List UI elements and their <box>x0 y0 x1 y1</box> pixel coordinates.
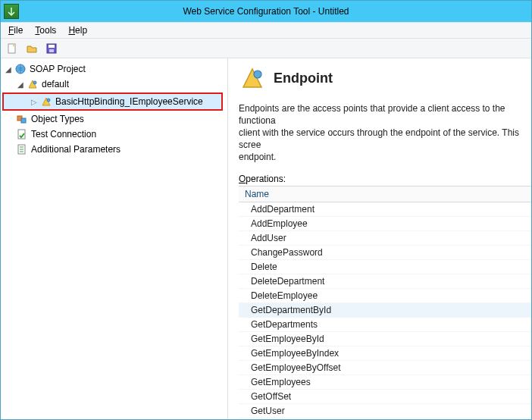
operation-row[interactable]: GetEmployeeByIndex <box>239 346 531 361</box>
tree-node-additional-parameters-label: Additional Parameters <box>31 144 120 155</box>
svg-point-9 <box>47 99 50 102</box>
object-types-icon <box>16 113 28 125</box>
menu-tools-rest: ools <box>39 25 56 36</box>
tree-node-binding-label: BasicHttpBinding_IEmployeeService <box>55 96 203 107</box>
operation-row[interactable]: AddDepartment <box>239 202 531 217</box>
operations-label: Operations: <box>239 174 531 184</box>
operation-row[interactable]: ChangePassword <box>239 246 531 260</box>
content-pane: Endpoint Endpoints are the access points… <box>228 58 531 419</box>
tree-node-default[interactable]: ◢ default <box>2 77 226 92</box>
operation-row[interactable]: GetUsers <box>239 418 531 419</box>
operation-row[interactable]: GetEmployeeById <box>239 332 531 346</box>
operation-row[interactable]: GetOffSet <box>239 390 531 404</box>
window-title: Web Service Configuration Tool - Untitle… <box>183 6 349 17</box>
operation-row[interactable]: GetDepartments <box>239 318 531 332</box>
operation-row[interactable]: GetDepartmentById <box>239 303 531 318</box>
operations-label-rest: perations: <box>246 174 286 184</box>
expander-icon[interactable]: ◢ <box>4 64 13 74</box>
operations-grid[interactable]: Name AddDepartmentAddEmployeeAddUserChan… <box>239 186 531 419</box>
tree-node-test-connection[interactable]: Test Connection <box>2 127 226 142</box>
tree-pane: ◢ SOAP Project ◢ default ▷ BasicHttpBind… <box>1 58 228 419</box>
operation-row[interactable]: GetEmployeeByOffset <box>239 361 531 375</box>
new-button[interactable] <box>5 42 19 55</box>
open-button[interactable] <box>25 42 39 55</box>
expander-icon[interactable]: ◢ <box>16 80 25 89</box>
content-description: Endpoints are the access points that pro… <box>239 102 531 163</box>
operation-row[interactable]: DeleteEmployee <box>239 289 531 303</box>
tree-node-object-types[interactable]: Object Types <box>2 111 226 127</box>
expander-icon[interactable]: ▷ <box>30 97 39 106</box>
menu-file-rest: ile <box>14 25 23 36</box>
tree-node-test-connection-label: Test Connection <box>31 129 96 139</box>
operation-row[interactable]: AddEmployee <box>239 217 531 231</box>
menu-help[interactable]: Help <box>64 24 92 37</box>
operations-body: AddDepartmentAddEmployeeAddUserChangePas… <box>239 202 531 419</box>
content-heading: Endpoint <box>274 71 333 86</box>
desc-line-3: endpoint. <box>239 151 531 163</box>
tree-node-binding[interactable]: ▷ BasicHttpBinding_IEmployeeService <box>4 94 221 109</box>
operation-row[interactable]: AddUser <box>239 231 531 246</box>
operation-row[interactable]: DeleteDepartment <box>239 274 531 289</box>
tree-node-object-types-label: Object Types <box>31 114 84 124</box>
svg-rect-4 <box>49 49 54 52</box>
app-icon <box>4 4 19 19</box>
body: ◢ SOAP Project ◢ default ▷ BasicHttpBind… <box>1 58 531 419</box>
endpoint-icon <box>40 96 52 108</box>
desc-line-1: Endpoints are the access points that pro… <box>239 102 531 127</box>
tree-root-soap-project[interactable]: ◢ SOAP Project <box>2 61 226 77</box>
menu-file[interactable]: File <box>4 24 27 37</box>
menu-tools[interactable]: Tools <box>30 24 61 37</box>
endpoint-group-icon <box>27 78 39 90</box>
tree-root-label: SOAP Project <box>30 64 86 74</box>
svg-point-7 <box>33 81 36 84</box>
svg-point-18 <box>254 71 261 78</box>
operation-row[interactable]: GetEmployees <box>239 375 531 390</box>
operation-row[interactable]: Delete <box>239 260 531 274</box>
tree-node-default-label: default <box>42 79 69 89</box>
globe-icon <box>14 63 27 75</box>
toolbar <box>1 39 531 58</box>
highlight-annotation: ▷ BasicHttpBinding_IEmployeeService <box>2 92 223 111</box>
tree-node-additional-parameters[interactable]: Additional Parameters <box>2 142 226 157</box>
endpoint-large-icon <box>239 64 266 92</box>
parameters-icon <box>16 143 28 155</box>
content-header: Endpoint <box>239 64 531 92</box>
svg-rect-3 <box>49 45 55 48</box>
save-button[interactable] <box>45 42 58 55</box>
operations-header-name[interactable]: Name <box>239 186 531 202</box>
title-bar: Web Service Configuration Tool - Untitle… <box>1 1 531 22</box>
menu-bar: File Tools Help <box>1 22 531 39</box>
svg-rect-11 <box>21 118 26 123</box>
test-connection-icon <box>16 128 28 140</box>
operation-row[interactable]: GetUser <box>239 404 531 418</box>
desc-line-2: client with the service occurs through t… <box>239 127 531 151</box>
menu-help-rest: elp <box>75 25 87 36</box>
